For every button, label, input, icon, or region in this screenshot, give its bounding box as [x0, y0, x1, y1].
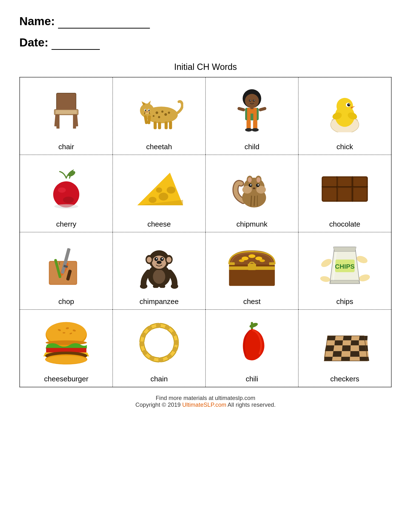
cheeseburger-image — [22, 315, 110, 370]
svg-point-117 — [140, 284, 148, 288]
svg-marker-176 — [341, 351, 351, 357]
svg-point-62 — [54, 204, 78, 209]
grid-cell-chick: chick — [298, 77, 391, 155]
chili-label: chili — [246, 375, 258, 383]
svg-point-159 — [249, 322, 258, 329]
grid-cell-cheetah: cheetah — [113, 77, 206, 155]
svg-marker-177 — [350, 351, 360, 357]
svg-point-79 — [257, 184, 259, 185]
grid-cell-chipmunk: chipmunk — [206, 155, 298, 232]
svg-point-20 — [145, 110, 146, 111]
svg-point-115 — [157, 261, 159, 263]
svg-point-109 — [167, 257, 171, 263]
chips-icon: CHIPS — [319, 242, 370, 288]
svg-rect-29 — [169, 121, 172, 129]
svg-marker-161 — [327, 336, 336, 340]
svg-point-135 — [320, 276, 331, 283]
cheetah-label: cheetah — [146, 143, 172, 151]
grid-cell-chest: chest — [206, 232, 298, 310]
chips-image: CHIPS — [301, 237, 389, 293]
svg-point-112 — [156, 258, 157, 259]
svg-marker-183 — [360, 357, 369, 361]
svg-marker-171 — [342, 345, 351, 351]
svg-point-134 — [358, 273, 370, 283]
svg-marker-180 — [332, 357, 341, 361]
svg-point-133 — [355, 254, 368, 264]
checkers-icon — [319, 322, 370, 363]
svg-marker-179 — [324, 357, 333, 361]
svg-marker-137 — [333, 247, 356, 251]
svg-rect-94 — [354, 188, 366, 201]
svg-marker-182 — [350, 357, 360, 361]
checkers-label: checkers — [330, 375, 359, 383]
svg-point-13 — [153, 115, 154, 117]
date-field: Date: — [19, 36, 392, 50]
svg-point-83 — [248, 177, 252, 182]
name-field: Name: — [19, 15, 392, 28]
svg-marker-138 — [330, 280, 360, 283]
svg-rect-27 — [158, 122, 161, 129]
svg-rect-92 — [323, 188, 336, 201]
svg-point-61 — [63, 197, 74, 203]
chocolate-icon — [319, 169, 370, 207]
svg-rect-119 — [153, 285, 159, 288]
svg-rect-123 — [248, 264, 256, 270]
svg-marker-162 — [343, 336, 352, 340]
svg-point-48 — [252, 128, 259, 131]
svg-point-54 — [349, 104, 350, 105]
cheeseburger-icon — [41, 321, 92, 364]
svg-marker-166 — [343, 340, 351, 345]
chips-label: chips — [336, 297, 353, 306]
find-more-text: Find more materials at ultimateslp.com — [19, 395, 392, 401]
copyright-text: Copyright © 2019 UltimateSLP.com All rig… — [19, 401, 392, 408]
chimpanzee-image — [115, 237, 203, 293]
svg-point-14 — [140, 103, 154, 117]
svg-point-156 — [142, 325, 177, 360]
brand-label: UltimateSLP.com — [182, 401, 226, 408]
svg-rect-28 — [165, 121, 168, 129]
chain-image — [115, 315, 203, 370]
page-title: Initial CH Words — [19, 62, 392, 72]
name-underline — [58, 15, 150, 28]
chocolate-image — [301, 160, 389, 216]
chest-image — [208, 237, 296, 293]
copyright-label: Copyright © 2019 — [135, 401, 182, 408]
svg-rect-46 — [253, 120, 257, 129]
svg-marker-164 — [326, 340, 335, 345]
svg-point-51 — [336, 98, 353, 114]
svg-point-118 — [171, 284, 178, 288]
date-label: Date: — [19, 36, 48, 49]
svg-point-78 — [250, 184, 252, 185]
svg-point-21 — [148, 110, 149, 111]
svg-rect-43 — [237, 107, 245, 112]
svg-marker-167 — [351, 340, 359, 345]
svg-rect-131 — [269, 262, 275, 265]
chimpanzee-label: chimpanzee — [140, 297, 179, 306]
svg-text:CHIPS: CHIPS — [335, 263, 355, 270]
svg-point-65 — [159, 192, 168, 200]
grid-cell-child: child — [206, 77, 298, 155]
svg-rect-93 — [338, 188, 351, 201]
svg-marker-168 — [359, 340, 368, 345]
svg-marker-172 — [351, 345, 359, 351]
grid-cell-chop: chop — [20, 232, 113, 310]
svg-marker-181 — [341, 357, 350, 361]
chick-label: chick — [336, 143, 353, 151]
svg-point-116 — [159, 261, 161, 263]
svg-point-84 — [257, 177, 260, 182]
svg-marker-175 — [333, 351, 342, 357]
svg-point-80 — [253, 187, 256, 189]
svg-point-128 — [239, 259, 244, 262]
child-icon — [233, 86, 271, 135]
cheese-image — [115, 160, 203, 216]
svg-marker-165 — [335, 340, 343, 345]
rights-label: All rights reserved. — [226, 401, 276, 408]
grid-cell-checkers: checkers — [298, 310, 391, 387]
footer: Find more materials at ultimateslp.com C… — [19, 395, 392, 408]
svg-point-37 — [254, 100, 254, 101]
svg-point-12 — [168, 112, 170, 114]
svg-point-66 — [149, 197, 156, 203]
chipmunk-icon — [230, 166, 274, 210]
grid-cell-chimpanzee: chimpanzee — [113, 232, 206, 310]
svg-rect-6 — [55, 110, 77, 114]
